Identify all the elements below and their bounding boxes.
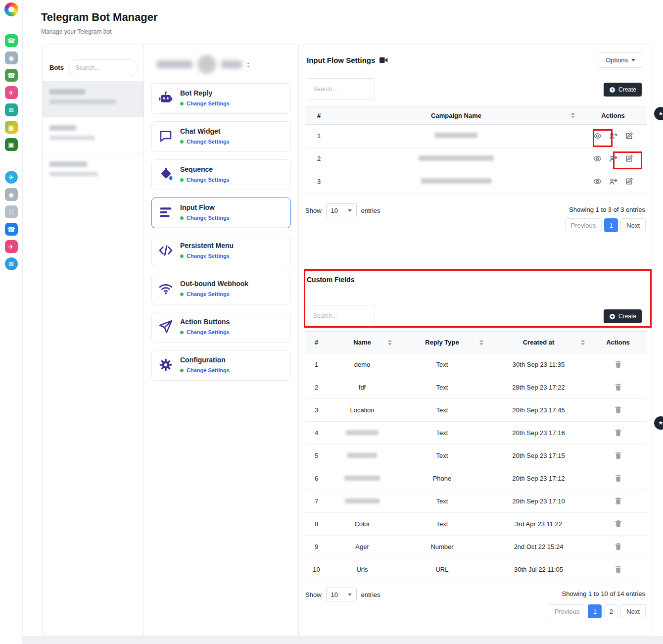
page-size-select[interactable]: 10 — [326, 203, 357, 217]
entries-summary: Showing 1 to 10 of 14 entries — [562, 590, 645, 597]
delete-button[interactable] — [614, 428, 623, 437]
delete-button[interactable] — [614, 473, 623, 483]
phone-blue-icon[interactable]: ☎ — [5, 223, 18, 236]
card-sequence[interactable]: Sequence Change Settings — [151, 159, 291, 190]
page-button-1[interactable]: 1 — [588, 604, 602, 618]
chat-blue-icon[interactable]: ✉ — [5, 257, 18, 270]
change-settings-link[interactable]: Change Settings — [180, 177, 230, 183]
card-configuration[interactable]: Configuration Change Settings — [151, 350, 291, 381]
change-settings-link[interactable]: Change Settings — [180, 139, 230, 145]
telegram-magenta-icon[interactable]: ✈ — [5, 240, 18, 253]
change-settings-link[interactable]: Change Settings — [180, 253, 234, 259]
integrations-icon[interactable]: ▣ — [5, 121, 18, 134]
change-settings-link[interactable]: Change Settings — [180, 100, 230, 106]
bot-gray-icon[interactable]: ◉ — [5, 188, 18, 201]
bot-list-item[interactable] — [43, 81, 143, 117]
card-action-buttons[interactable]: Action Buttons Change Settings — [151, 312, 291, 343]
status-dot — [180, 216, 184, 220]
column-header-campaign[interactable]: Campaign Name — [333, 106, 579, 125]
status-dot — [180, 102, 184, 105]
custom-field-row: 7 Text 20th Sep 23 17:10 — [305, 490, 647, 513]
export-button[interactable] — [609, 131, 618, 141]
telegram-pink-glyph: ✈ — [8, 90, 14, 96]
bots-search-input[interactable] — [69, 59, 138, 76]
card-outbound-webhook[interactable]: Out-bound Webhook Change Settings — [151, 274, 291, 304]
robot-icon — [158, 90, 174, 106]
delete-button[interactable] — [614, 405, 623, 414]
input-flow-panel: Input Flow Settings Options Create # Cam… — [298, 45, 652, 636]
campaign-search-input[interactable] — [307, 78, 375, 99]
export-button[interactable] — [609, 154, 618, 163]
view-button[interactable] — [593, 177, 602, 186]
whatsapp-icon[interactable]: ☎ — [5, 34, 18, 47]
sort-icon[interactable] — [571, 112, 575, 118]
column-header-created-at[interactable]: Created at — [488, 332, 589, 353]
bot-title-suffix: : — [247, 60, 249, 68]
custom-fields-search-input[interactable] — [307, 305, 375, 327]
messenger-bot-icon[interactable]: ◉ — [5, 51, 18, 64]
next-page-button[interactable]: Next — [620, 218, 646, 232]
field-name-cell — [328, 467, 396, 490]
status-dot — [180, 254, 184, 258]
sort-icon[interactable] — [388, 340, 392, 346]
edit-button[interactable] — [624, 131, 634, 141]
page-size-select[interactable]: 10 — [326, 588, 357, 601]
shop-icon[interactable]: ▣ — [5, 138, 18, 151]
change-settings-link[interactable]: Change Settings — [180, 215, 230, 221]
change-settings-link[interactable]: Change Settings — [180, 329, 230, 335]
create-campaign-button[interactable]: Create — [604, 83, 642, 97]
column-header-actions: Actions — [579, 106, 647, 125]
previous-page-button[interactable]: Previous — [549, 604, 586, 618]
bot-list-item[interactable] — [43, 153, 143, 189]
app-logo-icon[interactable] — [4, 2, 18, 16]
sort-icon[interactable] — [581, 340, 585, 346]
bot-gray-glyph: ◉ — [8, 192, 14, 198]
delete-button[interactable] — [614, 450, 623, 460]
card-input-flow[interactable]: Input Flow Change Settings — [151, 198, 291, 228]
actions-cell — [589, 467, 647, 490]
actions-cell — [579, 148, 647, 170]
card-persistent-menu[interactable]: Persistent Menu Change Settings — [151, 236, 291, 266]
row-number: 1 — [305, 125, 333, 148]
telegram-pink-icon[interactable]: ✈ — [5, 86, 18, 99]
ai-assistant-button[interactable]: ★ — [654, 416, 663, 430]
page-button-2[interactable]: 2 — [604, 604, 618, 618]
field-name-cell: fdf — [328, 376, 396, 399]
whatsapp-business-icon[interactable]: ☎ — [5, 69, 18, 82]
team-icon[interactable]: ☷ — [5, 205, 18, 218]
options-button[interactable]: Options — [598, 52, 643, 68]
created-at-cell: 20th Sep 23 17:16 — [488, 422, 589, 445]
card-chat-widget[interactable]: Chat Widget Change Settings — [151, 121, 291, 152]
view-button[interactable] — [593, 154, 602, 163]
delete-button[interactable] — [614, 382, 623, 392]
reply-type-cell: Text — [396, 445, 488, 467]
delete-button[interactable] — [614, 496, 623, 505]
chatbot-teal-icon[interactable]: ✉ — [5, 103, 18, 116]
edit-button[interactable] — [624, 177, 634, 186]
sort-icon[interactable] — [479, 340, 483, 346]
telegram-icon[interactable]: ✈ — [5, 171, 18, 184]
column-header-reply-type[interactable]: Reply Type — [396, 332, 488, 353]
page-button-1[interactable]: 1 — [604, 218, 618, 232]
bot-list-item[interactable] — [43, 117, 143, 153]
custom-fields-table-body: 1 demo Text 30th Sep 23 11:35 2 fdf Text… — [305, 353, 647, 581]
delete-button[interactable] — [614, 519, 623, 528]
delete-button[interactable] — [614, 542, 623, 551]
column-header-name[interactable]: Name — [328, 332, 396, 353]
delete-button[interactable] — [614, 564, 623, 574]
view-button[interactable] — [593, 131, 602, 141]
campaigns-table-body: 1 2 — [305, 125, 647, 193]
delete-button[interactable] — [614, 359, 623, 369]
edit-button[interactable] — [624, 154, 634, 163]
created-at-cell: 20th Sep 23 17:15 — [488, 445, 589, 467]
change-settings-link[interactable]: Change Settings — [180, 291, 248, 297]
create-custom-field-button[interactable]: Create — [604, 309, 642, 323]
card-bot-reply[interactable]: Bot Reply Change Settings — [151, 83, 291, 114]
next-page-button[interactable]: Next — [620, 604, 646, 618]
previous-page-button[interactable]: Previous — [565, 218, 602, 232]
ai-assistant-button[interactable]: ★ — [654, 107, 663, 120]
export-button[interactable] — [609, 177, 618, 186]
section-title: Input Flow Settings — [307, 56, 388, 64]
phone-blue-glyph: ☎ — [7, 226, 15, 233]
change-settings-link[interactable]: Change Settings — [180, 367, 230, 373]
